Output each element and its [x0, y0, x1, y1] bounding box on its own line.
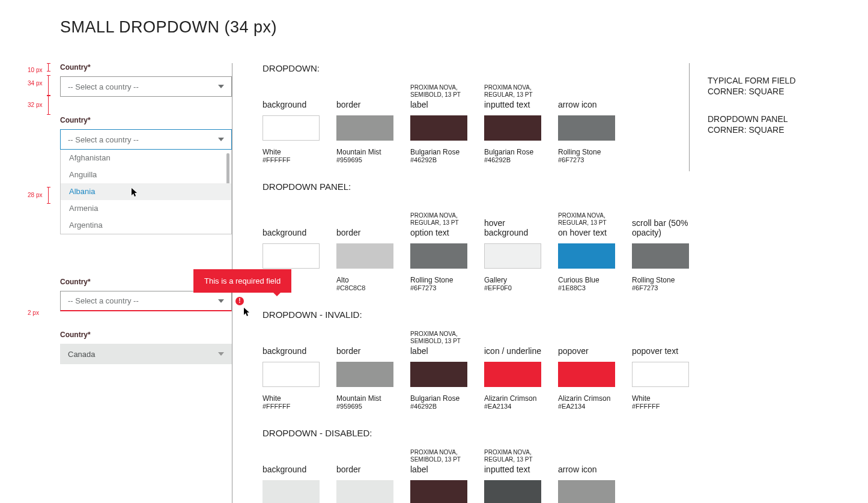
swatch-hex: #46292B — [484, 156, 541, 163]
swatch-name: Gallery — [484, 276, 541, 284]
swatch-hex: #6F7273 — [558, 156, 615, 163]
swatch-meta — [632, 331, 689, 345]
swatch-meta — [263, 331, 320, 345]
swatch-box — [263, 480, 320, 503]
dropdown-default[interactable]: -- Select a country -- — [60, 76, 232, 97]
swatch-meta: PROXIMA NOVA, REGULAR, 13 PT — [484, 449, 541, 463]
swatch-label: border — [336, 228, 393, 237]
chevron-down-icon — [218, 85, 224, 88]
note-form-corner: TYPICAL FORM FIELD CORNER: SQUARE — [708, 75, 808, 97]
example-invalid: This is a required field Country* -- Sel… — [60, 278, 232, 311]
swatch-hex: #FFFFFF — [263, 403, 320, 410]
swatch-section-title: DROPDOWN - INVALID: — [263, 309, 689, 320]
cursor-icon — [132, 187, 139, 204]
swatch-label: background — [263, 465, 320, 474]
swatch-label: border — [336, 346, 393, 356]
swatch-name: Rolling Stone — [410, 276, 467, 284]
dropdown-invalid[interactable]: -- Select a country -- — [60, 291, 232, 311]
swatch-label: background — [263, 228, 320, 237]
swatch-item: hover backgroundGallery#EFF0F0 — [484, 203, 541, 291]
dropdown-option[interactable]: Anguilla — [61, 166, 231, 183]
cursor-icon — [244, 308, 251, 320]
swatch-item: borderAlto#C8C8C8 — [336, 212, 393, 291]
swatch-meta — [336, 331, 393, 345]
swatch-section-title: DROPDOWN - DISABLED: — [263, 428, 689, 438]
swatch-label: scroll bar (50% opacity) — [632, 218, 689, 237]
swatch-box — [263, 115, 320, 141]
swatch-item: backgroundMercury#E5E7E6 — [263, 449, 320, 503]
swatch-name: Bulgarian Rose — [410, 394, 467, 403]
swatch-box — [336, 362, 393, 387]
swatch-name: Alto — [336, 276, 393, 284]
dropdown-value: Canada — [68, 350, 96, 359]
dropdown-disabled: Canada — [60, 344, 232, 364]
swatch-column: DROPDOWN:backgroundWhite#FFFFFFborderMou… — [232, 63, 689, 503]
swatch-name: White — [263, 148, 320, 156]
swatch-hex: #6F7273 — [632, 284, 689, 291]
dropdown-option[interactable]: Albania — [61, 183, 231, 200]
swatch-meta — [336, 212, 393, 227]
swatch-label: option text — [410, 228, 467, 237]
swatch-section-title: DROPDOWN PANEL: — [263, 181, 689, 192]
swatch-section: DROPDOWN - DISABLED:backgroundMercury#E5… — [263, 428, 689, 503]
swatch-item: icon / underlineAlizarin Crimson#EA2134 — [484, 331, 541, 410]
swatch-item: PROXIMA NOVA, SEMIBOLD, 13 PTlabelBulgar… — [410, 84, 467, 163]
dropdown-placeholder: -- Select a country -- — [68, 82, 139, 91]
swatch-box — [632, 243, 689, 269]
notes-column: TYPICAL FORM FIELD CORNER: SQUARE DROPDO… — [689, 63, 808, 171]
field-label: Country* — [60, 116, 232, 124]
swatch-name: Bulgarian Rose — [484, 148, 541, 156]
dropdown-option[interactable]: Armenia — [61, 200, 231, 217]
swatch-label: popover text — [632, 346, 689, 356]
swatch-item: borderMercury#E5E7E6 — [336, 449, 393, 503]
swatch-box — [410, 243, 467, 269]
swatch-box — [410, 115, 467, 141]
swatch-meta: PROXIMA NOVA, SEMIBOLD, 13 PT — [410, 84, 467, 99]
dropdown-open[interactable]: -- Select a country -- — [60, 129, 232, 150]
swatch-label: popover — [558, 346, 615, 356]
swatch-label: label — [410, 465, 467, 474]
swatch-meta: PROXIMA NOVA, REGULAR, 13 PT — [558, 212, 615, 227]
swatch-item: PROXIMA NOVA, SEMIBOLD, 13 PTlabelBulgar… — [410, 449, 467, 503]
swatch-hex: #46292B — [410, 156, 467, 163]
swatch-item: PROXIMA NOVA, REGULAR, 13 PTon hover tex… — [558, 212, 615, 291]
error-popover: This is a required field — [193, 269, 291, 293]
example-default: Country* -- Select a country -- — [60, 63, 232, 97]
swatch-box — [484, 362, 541, 387]
swatch-meta — [558, 331, 615, 345]
examples-column: 10 px 34 px 32 px 28 px 2 px Country* --… — [24, 63, 232, 503]
annot-label-gap: 10 px — [28, 67, 42, 73]
swatch-item: backgroundWhite#FFFFFF — [263, 84, 320, 163]
swatch-section: DROPDOWN:backgroundWhite#FFFFFFborderMou… — [263, 63, 689, 163]
swatch-name: Mountain Mist — [336, 394, 393, 403]
swatch-box — [484, 115, 541, 141]
swatch-hex: #6F7273 — [410, 284, 467, 291]
swatch-box — [336, 243, 393, 269]
swatch-box — [484, 243, 541, 269]
dropdown-option[interactable]: Argentina — [61, 217, 231, 234]
swatch-box — [410, 480, 467, 503]
swatch-item: borderMountain Mist#959695 — [336, 84, 393, 163]
swatch-meta — [558, 84, 615, 99]
swatch-item: backgroundWhite#FFFFFF — [263, 331, 320, 410]
swatch-item: arrow iconMountain Mist#959695 — [558, 449, 615, 503]
swatch-label: border — [336, 465, 393, 474]
scrollbar[interactable] — [226, 153, 229, 187]
page-title: SMALL DROPDOWN (34 px) — [60, 18, 808, 37]
swatch-hex: #959695 — [336, 403, 393, 410]
annot-field-height: 34 px — [28, 80, 42, 87]
swatch-box — [410, 362, 467, 387]
error-icon: ! — [235, 297, 244, 305]
annot-field-gap: 32 px — [28, 102, 42, 108]
swatch-box — [558, 243, 615, 269]
swatch-box — [558, 115, 615, 141]
swatch-meta: PROXIMA NOVA, REGULAR, 13 PT — [484, 84, 541, 99]
swatch-item: PROXIMA NOVA, SEMIBOLD, 13 PTlabelBulgar… — [410, 331, 467, 410]
swatch-name: Mountain Mist — [336, 148, 393, 156]
swatch-hex: #C8C8C8 — [336, 284, 393, 291]
swatch-label: icon / underline — [484, 346, 541, 356]
swatch-item: borderMountain Mist#959695 — [336, 331, 393, 410]
swatch-name: Bulgarian Rose — [410, 148, 467, 156]
swatch-meta — [632, 203, 689, 217]
dropdown-option[interactable]: Afghanistan — [61, 150, 231, 166]
